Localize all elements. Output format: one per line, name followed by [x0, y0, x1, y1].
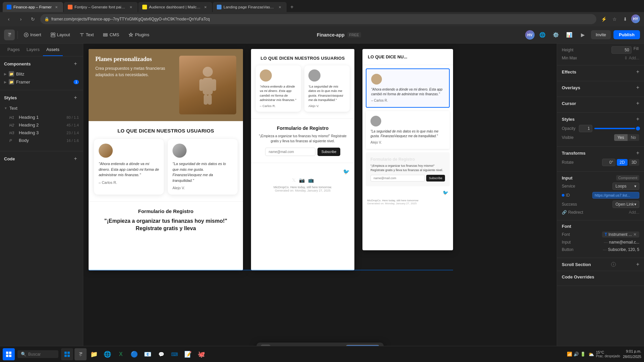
taskbar-icon-edge[interactable]: 🌐 [101, 348, 113, 360]
battery-icon[interactable]: 🔋 [580, 352, 586, 357]
style-body[interactable]: P Body 16 / 1.6 [9, 137, 79, 144]
invite-button[interactable]: Invite [591, 30, 611, 39]
forward-button[interactable]: › [16, 14, 26, 24]
twitch-icon[interactable]: 📺 [308, 177, 314, 183]
success-select[interactable]: Open Link ▾ [612, 201, 639, 208]
taskbar-icon-excel[interactable]: X [115, 348, 127, 360]
info-icon[interactable]: i [611, 262, 616, 267]
tab-landing[interactable]: Landing page FinanzasVasquez ✕ [213, 2, 287, 12]
visible-toggle[interactable]: Yes No [614, 134, 639, 141]
testimonial-card-1[interactable]: "Ahora entiendo a dónde va mi dinero. Es… [94, 139, 164, 195]
testimonial-card-2[interactable]: "La seguridad de mis datos es lo que más… [168, 139, 238, 195]
play-icon[interactable]: ▶ [578, 30, 588, 40]
frame3-subscribe-button[interactable]: Subscribe [426, 175, 445, 182]
text-styles-expand[interactable]: ▼ Text [4, 104, 79, 112]
taskbar-icon-1[interactable] [61, 348, 73, 360]
taskbar-framer[interactable] [75, 348, 87, 360]
start-button[interactable] [3, 348, 15, 360]
new-tab-button[interactable]: + [287, 2, 297, 12]
frame2-card-2[interactable]: "La seguridad de mis datos es lo que más… [304, 65, 350, 112]
volume-icon[interactable]: 🔊 [574, 352, 579, 357]
tab-pages[interactable]: Pages [4, 44, 23, 56]
settings-icon[interactable]: ⚙️ [551, 30, 561, 40]
analytics-icon[interactable]: 📊 [564, 30, 575, 40]
opacity-slider-track[interactable] [594, 128, 639, 129]
font-close-icon[interactable]: ✕ [633, 232, 637, 237]
taskbar-icon-outlook[interactable]: 📧 [142, 348, 154, 360]
frame3-card2[interactable]: "La seguridad de mis datos es lo que más… [366, 111, 450, 149]
style-heading3[interactable]: H3 Heading 3 23 / 1.4 [9, 129, 79, 137]
service-select[interactable]: Loops ▾ [612, 183, 639, 190]
refresh-button[interactable]: ↻ [28, 14, 38, 24]
code-add-button[interactable]: + [72, 155, 79, 162]
yes-option[interactable]: Yes [614, 134, 628, 141]
framer-logo-button[interactable] [4, 30, 15, 40]
transforms-add-button[interactable]: + [636, 150, 639, 156]
bookmark-icon[interactable]: ☆ [610, 14, 619, 24]
frame2-subscribe-button[interactable]: Subscribe [317, 148, 340, 156]
tab-assets[interactable]: Assets [43, 44, 63, 56]
taskbar-icon-discord[interactable]: 💬 [155, 348, 167, 360]
overlays-add-button[interactable]: + [636, 85, 639, 91]
id-url-input[interactable]: https://gmail.us7.list... [592, 192, 639, 199]
insert-button[interactable]: Insert [20, 31, 45, 39]
taskbar-search-bar[interactable]: 🔍 [17, 350, 58, 358]
taskbar-icon-word[interactable]: 📝 [182, 348, 194, 360]
taskbar-icon-github[interactable]: 🐙 [195, 348, 207, 360]
frame3-email-input[interactable] [370, 175, 425, 182]
rotate-input[interactable] [602, 159, 615, 166]
download-icon[interactable]: ⬇ [621, 14, 630, 24]
layout-button[interactable]: Layout [47, 31, 73, 39]
taskbar-time-display[interactable]: 9:01 p.m. 28/01/2025 [623, 349, 641, 359]
text-button[interactable]: Text [76, 31, 97, 39]
font-tag[interactable]: T Instrument ... ✕ [602, 231, 639, 238]
tab-close-mailchimp[interactable]: ✕ [203, 4, 208, 10]
style-heading1[interactable]: H1 Heading 1 80 / 1.1 [9, 113, 79, 121]
frame1[interactable]: Planes personalizados Crea presupuestos … [89, 49, 243, 270]
frame2-card-1[interactable]: "Ahora entiendo a dónde va mi dinero. Es… [256, 65, 301, 112]
scroll-add-button[interactable]: + [636, 261, 639, 267]
effects-add-button[interactable]: + [636, 69, 639, 75]
tab-mailchimp[interactable]: Audience dashboard | Mailchi... ✕ [138, 2, 212, 12]
twitter-icon-2[interactable]: 𝕏 [292, 177, 296, 183]
globe-icon[interactable]: 🌐 [537, 30, 548, 40]
opacity-input[interactable] [579, 125, 592, 132]
taskbar-icon-files[interactable]: 📁 [88, 348, 100, 360]
instagram-icon[interactable]: 📷 [299, 177, 305, 183]
frame2[interactable]: LO QUE DICEN NUESTROS USUARIOS "Ahora en… [251, 49, 354, 270]
add-link[interactable]: Add... [629, 56, 639, 60]
profile-icon[interactable]: HY [631, 14, 640, 23]
taskbar-icon-vscode[interactable]: ⌨ [168, 348, 181, 360]
frame3-selected-card[interactable]: "Ahora entiendo a dónde va mi dinero. Es… [366, 68, 450, 108]
no-option[interactable]: No [628, 134, 639, 141]
components-add-button[interactable]: + [72, 60, 79, 67]
address-bar[interactable]: 🔒 framer.com/projects/Finance-app--7nyTT… [40, 14, 596, 24]
frame3[interactable]: LO QUE DICE NU... "Ahora entiendo a dónd… [362, 49, 453, 250]
user-avatar-hv[interactable]: HV [525, 30, 535, 40]
styles-right-add-button[interactable]: + [636, 116, 639, 122]
height-input[interactable] [611, 46, 632, 54]
twitter-icon[interactable]: 🐦 [343, 168, 350, 175]
rotate-3d-button[interactable]: 3D [629, 159, 639, 166]
publish-button[interactable]: Publish [613, 30, 640, 39]
tab-framer[interactable]: Finance-app – Framer ✕ [3, 2, 63, 12]
style-heading2[interactable]: H2 Heading 2 45 / 1.4 [9, 121, 79, 129]
tab-close-framer[interactable]: ✕ [54, 4, 59, 10]
redirect-add-button[interactable]: Add... [629, 210, 639, 215]
back-button[interactable]: ‹ [4, 14, 13, 24]
taskbar-search-input[interactable] [28, 352, 55, 357]
extensions-icon[interactable]: ⚡ [599, 14, 608, 24]
frame2-email-input[interactable] [265, 148, 315, 156]
tab-fontjoy[interactable]: Fontjoy – Generate font pairing... ✕ [64, 2, 138, 12]
styles-add-button[interactable]: + [72, 94, 79, 101]
taskbar-icon-chrome[interactable]: 🔵 [128, 348, 140, 360]
canvas-scroll-area[interactable]: Planes personalizados Crea presupuestos … [83, 44, 557, 346]
tab-close-landing[interactable]: ✕ [277, 4, 283, 10]
rotate-2d-button[interactable]: 2D [617, 159, 627, 166]
cursor-add-button[interactable]: + [636, 100, 639, 106]
tab-layers[interactable]: Layers [23, 44, 43, 56]
component-framer[interactable]: ▶ 📁 Framer 1 [4, 78, 79, 86]
wifi-icon[interactable]: 📶 [567, 352, 572, 357]
cms-button[interactable]: CMS [100, 31, 122, 39]
tab-close-fontjoy[interactable]: ✕ [128, 4, 134, 10]
